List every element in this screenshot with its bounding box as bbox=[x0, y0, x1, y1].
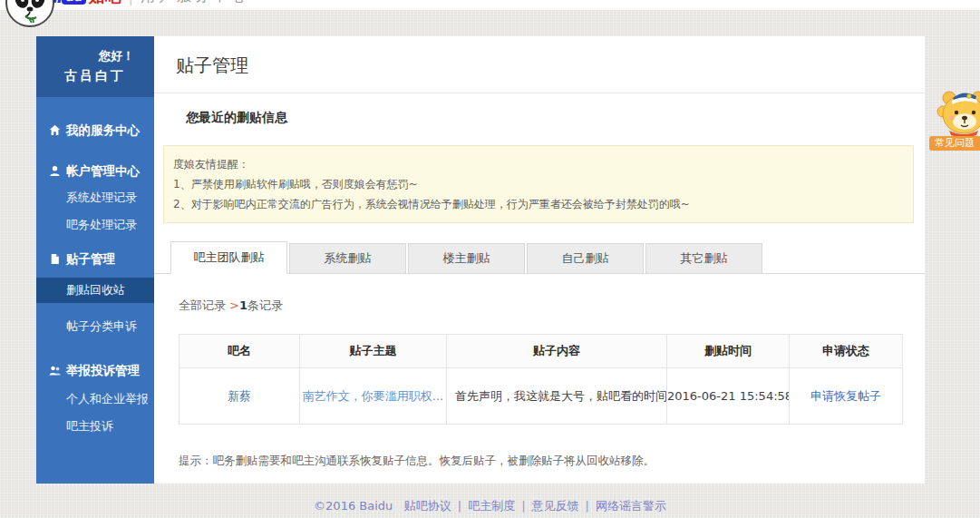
sidebar-item-bawu-records[interactable]: 吧务处理记录 bbox=[36, 216, 154, 234]
topbar-title: 用户服务中心 bbox=[141, 0, 249, 6]
footer: ©2016 Baidu 贴吧协议|吧主制度|意见反馈|网络谣言警示 bbox=[0, 498, 980, 514]
footer-link-bazhu-system[interactable]: 吧主制度 bbox=[468, 499, 515, 513]
main-header: 贴子管理 bbox=[154, 36, 925, 93]
notice-box: 度娘友情提醒： 1、严禁使用刷贴软件刷贴哦，否则度娘会有惩罚~ 2、对于影响吧内… bbox=[163, 145, 914, 223]
topic-link[interactable]: 南艺作文，你要滥用职权... bbox=[303, 389, 443, 403]
notice-title: 度娘友情提醒： bbox=[173, 154, 904, 174]
page-title: 贴子管理 bbox=[176, 54, 248, 78]
avatar[interactable] bbox=[5, 0, 54, 27]
top-bar: Bai du 贴吧 | 用户服务中心 bbox=[0, 0, 980, 10]
restore-post-link[interactable]: 申请恢复帖子 bbox=[810, 389, 881, 403]
cell-status: 申请恢复帖子 bbox=[790, 368, 903, 425]
cell-forum: 新蔡 bbox=[180, 368, 300, 425]
tab-louzhu-delete[interactable]: 楼主删贴 bbox=[408, 243, 525, 273]
sidebar-item-my-service-center[interactable]: 我的服务中心 bbox=[36, 121, 154, 139]
page: Bai du 贴吧 | 用户服务中心 您好！ 古吕白丁 我的服务中心 帐户管理中… bbox=[0, 0, 980, 518]
tieba-logo-text[interactable]: 贴吧 bbox=[89, 0, 121, 7]
user-icon bbox=[49, 165, 61, 177]
sidebar-item-deleted-post-recycle[interactable]: 删贴回收站 bbox=[36, 278, 154, 303]
bottom-hint: 提示：吧务删贴需要和吧主沟通联系恢复贴子信息。恢复后贴子，被删除贴子将从回收站移… bbox=[179, 454, 655, 469]
users-icon bbox=[49, 365, 61, 376]
col-header-forum: 吧名 bbox=[180, 335, 300, 368]
records-gt: > bbox=[229, 298, 239, 312]
baidu-tieba-logo[interactable]: Bai du 贴吧 | 用户服务中心 bbox=[34, 0, 249, 7]
footer-separator: | bbox=[515, 499, 531, 513]
tab-bazhu-team-delete[interactable]: 吧主团队删贴 bbox=[170, 241, 287, 274]
footer-link-rumor-warning[interactable]: 网络谣言警示 bbox=[596, 499, 666, 513]
col-header-content: 贴子内容 bbox=[447, 335, 667, 368]
footer-copyright: ©2016 Baidu bbox=[314, 499, 393, 513]
cell-time: 2016-06-21 15:54:58 bbox=[667, 368, 790, 425]
col-header-status: 申请状态 bbox=[790, 335, 903, 368]
sidebar-user-header: 您好！ 古吕白丁 bbox=[36, 36, 154, 97]
sidebar-item-account-center[interactable]: 帐户管理中心 bbox=[36, 161, 154, 180]
sidebar-item-report-management[interactable]: 举报投诉管理 bbox=[36, 361, 154, 379]
cell-topic: 南艺作文，你要滥用职权... bbox=[300, 368, 447, 425]
sidebar-item-post-category-appeal[interactable]: 帖子分类申诉 bbox=[36, 318, 154, 336]
section-heading: 您最近的删贴信息 bbox=[186, 110, 287, 126]
greeting-text: 您好！ bbox=[99, 48, 134, 64]
sidebar-item-post-management[interactable]: 贴子管理 bbox=[36, 249, 154, 268]
panda-avatar-image bbox=[7, 0, 53, 25]
col-header-time: 删贴时间 bbox=[667, 335, 790, 368]
sidebar-item-bazhu-complaint[interactable]: 吧主投诉 bbox=[36, 417, 154, 435]
police-bear-icon bbox=[935, 85, 980, 138]
records-prefix: 全部记录 bbox=[179, 298, 226, 312]
footer-separator: | bbox=[451, 499, 468, 513]
notice-line-2: 2、对于影响吧内正常交流的广告行为，系统会视情况给予删贴处理，行为严重者还会被给… bbox=[173, 194, 904, 214]
notice-line-1: 1、严禁使用刷贴软件刷贴哦，否则度娘会有惩罚~ bbox=[173, 174, 904, 194]
topbar-divider: | bbox=[129, 0, 133, 5]
cell-content: 首先声明，我这就是大号，贴吧看的时间... bbox=[447, 368, 667, 425]
mascot bbox=[935, 85, 980, 138]
faq-button[interactable]: 常见问题 bbox=[929, 136, 980, 151]
main-panel: 贴子管理 您最近的删贴信息 度娘友情提醒： 1、严禁使用刷贴软件刷贴哦，否则度娘… bbox=[154, 36, 925, 484]
footer-separator: | bbox=[579, 499, 596, 513]
footer-link-tieba-agreement[interactable]: 贴吧协议 bbox=[404, 499, 451, 513]
tab-other-delete[interactable]: 其它删贴 bbox=[645, 243, 762, 273]
username: 古吕白丁 bbox=[36, 68, 154, 84]
sidebar-item-personal-enterprise-report[interactable]: 个人和企业举报 bbox=[36, 390, 154, 408]
records-suffix: 条记录 bbox=[247, 298, 283, 312]
footer-link-feedback[interactable]: 意见反馈 bbox=[532, 499, 579, 513]
col-header-topic: 贴子主题 bbox=[300, 335, 447, 368]
home-icon bbox=[49, 124, 61, 136]
table-header-row: 吧名 贴子主题 贴子内容 删贴时间 申请状态 bbox=[180, 335, 903, 368]
baidu-logo-du[interactable]: du bbox=[62, 0, 86, 5]
deleted-posts-table: 吧名 贴子主题 贴子内容 删贴时间 申请状态 新蔡 南艺作文，你要滥用职权...… bbox=[179, 334, 903, 425]
records-count: 1 bbox=[239, 298, 247, 312]
table-row: 新蔡 南艺作文，你要滥用职权... 首先声明，我这就是大号，贴吧看的时间... … bbox=[180, 368, 903, 425]
tab-system-delete[interactable]: 系统删贴 bbox=[289, 243, 406, 273]
sidebar: 您好！ 古吕白丁 我的服务中心 帐户管理中心 系统处理记录 吧务处理记录 贴子管… bbox=[36, 36, 154, 484]
records-summary: 全部记录>1条记录 bbox=[179, 298, 283, 314]
sidebar-item-system-records[interactable]: 系统处理记录 bbox=[36, 189, 154, 207]
tab-bar: 吧主团队删贴 系统删贴 楼主删贴 自己删贴 其它删贴 bbox=[154, 241, 925, 274]
tab-self-delete[interactable]: 自己删贴 bbox=[527, 243, 644, 273]
forum-link[interactable]: 新蔡 bbox=[228, 389, 251, 403]
doc-icon bbox=[49, 253, 61, 265]
